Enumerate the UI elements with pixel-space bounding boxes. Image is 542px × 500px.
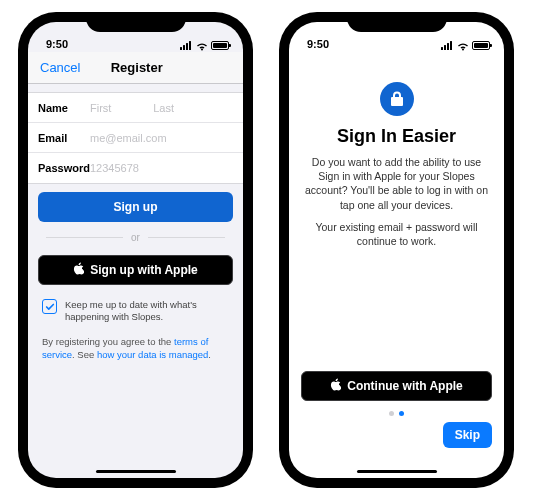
screen-signin-easier: 9:50 Sign In Easier Do you want to add t… (289, 22, 504, 478)
newsletter-row: Keep me up to date with what's happening… (42, 299, 229, 324)
first-name-field[interactable] (90, 102, 147, 114)
page-dots (301, 411, 492, 416)
phone-left: 9:50 Cancel Register Name Em (18, 12, 253, 488)
signal-icon (180, 41, 193, 50)
apple-icon (330, 378, 341, 394)
status-time: 9:50 (46, 38, 68, 50)
hero-para1: Do you want to add the ability to use Si… (305, 155, 488, 212)
battery-icon (211, 41, 229, 50)
hero: Sign In Easier Do you want to add the ab… (289, 52, 504, 371)
row-email: Email (28, 123, 243, 153)
wifi-icon (457, 41, 469, 50)
lock-badge (380, 82, 414, 116)
status-time: 9:50 (307, 38, 329, 50)
register-form: Name Email Password (28, 92, 243, 184)
cancel-button[interactable]: Cancel (40, 60, 80, 75)
signup-apple-button[interactable]: Sign up with Apple (38, 255, 233, 285)
bottom-controls: Continue with Apple Skip (289, 371, 504, 478)
data-link[interactable]: how your data is managed (97, 349, 208, 360)
email-field[interactable] (90, 132, 233, 144)
continue-apple-label: Continue with Apple (347, 379, 463, 393)
row-password: Password (28, 153, 243, 183)
nav-bar: Cancel Register (28, 52, 243, 84)
legal-text: By registering you agree to the terms of… (42, 336, 229, 362)
password-field[interactable] (90, 162, 233, 174)
dot-1 (389, 411, 394, 416)
phone-right: 9:50 Sign In Easier Do you want to add t… (279, 12, 514, 488)
newsletter-checkbox[interactable] (42, 299, 57, 314)
lock-icon (390, 91, 404, 107)
last-name-field[interactable] (153, 102, 210, 114)
skip-label: Skip (455, 428, 480, 442)
checkmark-icon (45, 302, 55, 312)
signup-button[interactable]: Sign up (38, 192, 233, 222)
home-indicator[interactable] (96, 470, 176, 474)
newsletter-label: Keep me up to date with what's happening… (65, 299, 229, 324)
or-label: or (131, 232, 140, 243)
password-label: Password (38, 162, 90, 174)
email-label: Email (38, 132, 90, 144)
signup-apple-label: Sign up with Apple (90, 263, 198, 277)
continue-apple-button[interactable]: Continue with Apple (301, 371, 492, 401)
name-label: Name (38, 102, 90, 114)
home-indicator[interactable] (357, 470, 437, 474)
dot-2 (399, 411, 404, 416)
row-name: Name (28, 93, 243, 123)
apple-icon (73, 262, 84, 278)
screen-register: 9:50 Cancel Register Name Em (28, 22, 243, 478)
or-divider: or (46, 232, 225, 243)
notch (86, 12, 186, 32)
skip-button[interactable]: Skip (443, 422, 492, 448)
wifi-icon (196, 41, 208, 50)
page-title: Register (80, 60, 231, 75)
hero-para2: Your existing email + password will cont… (305, 220, 488, 248)
notch (347, 12, 447, 32)
signal-icon (441, 41, 454, 50)
battery-icon (472, 41, 490, 50)
signup-label: Sign up (114, 200, 158, 214)
hero-title: Sign In Easier (337, 126, 456, 147)
